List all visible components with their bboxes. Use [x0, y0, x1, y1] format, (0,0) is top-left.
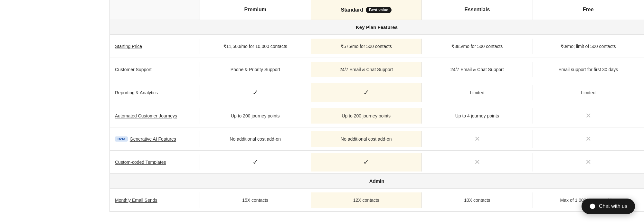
- cell-standard: No additional cost add-on: [311, 131, 422, 147]
- row-label[interactable]: Automated Customer Journeys: [115, 113, 177, 118]
- row-label[interactable]: Reporting & Analytics: [115, 90, 158, 95]
- table-row: Customer Support Phone & Priority Suppor…: [110, 58, 644, 81]
- table-row: Starting Price ₹11,500/mo for 10,000 con…: [110, 35, 644, 58]
- cell-premium: ₹11,500/mo for 10,000 contacts: [200, 39, 311, 54]
- header-empty: [110, 0, 200, 20]
- cell-essentials: ✕: [422, 130, 533, 148]
- cell-standard: 12X contacts: [311, 192, 422, 208]
- row-label-cell: Automated Customer Journeys: [110, 108, 200, 124]
- table-row: Automated Customer Journeys Up to 200 jo…: [110, 104, 644, 127]
- cell-essentials: ✕: [422, 153, 533, 172]
- cell-standard: ✓: [311, 83, 422, 102]
- row-label[interactable]: Monthly Email Sends: [115, 198, 157, 203]
- cell-standard: ✓: [311, 153, 422, 172]
- section-title-cell: Key Plan Features: [110, 20, 644, 34]
- section-header: Admin: [110, 174, 644, 189]
- chat-button-label: Chat with us: [599, 203, 627, 209]
- row-label-cell: Beta Generative AI Features: [110, 131, 200, 147]
- cell-free: Email support for first 30 days: [533, 62, 644, 77]
- col-header-free: Free: [533, 0, 644, 20]
- col-header-row: Premium Standard Best value Essentials F…: [110, 0, 644, 20]
- cell-essentials: Up to 4 journey points: [422, 108, 533, 124]
- col-header-standard: Standard Best value: [311, 0, 422, 20]
- table-row: Monthly Email Sends 15X contacts 12X con…: [110, 189, 644, 212]
- row-label[interactable]: Starting Price: [115, 44, 142, 49]
- row-label-cell: Reporting & Analytics: [110, 85, 200, 100]
- col-header-essentials: Essentials: [422, 0, 533, 20]
- chat-bubble-icon: [589, 203, 596, 209]
- row-label[interactable]: Custom-coded Templates: [115, 160, 166, 165]
- cell-premium: ✓: [200, 153, 311, 172]
- cell-standard: ₹575/mo for 500 contacts: [311, 39, 422, 54]
- cell-free: ✕: [533, 130, 644, 148]
- row-label-cell: Monthly Email Sends: [110, 192, 200, 208]
- beta-badge: Beta: [115, 136, 128, 142]
- cell-free: Limited: [533, 85, 644, 100]
- main-table-area: Premium Standard Best value Essentials F…: [109, 0, 644, 212]
- col-header-premium: Premium: [200, 0, 311, 20]
- row-label-cell: Starting Price: [110, 39, 200, 54]
- row-label[interactable]: Customer Support: [115, 67, 152, 72]
- row-label-cell: Custom-coded Templates: [110, 154, 200, 170]
- cell-premium: Up to 200 journey points: [200, 108, 311, 124]
- cell-essentials: ₹385/mo for 500 contacts: [422, 39, 533, 54]
- cell-free: ✕: [533, 153, 644, 172]
- cell-standard: Up to 200 journey points: [311, 108, 422, 124]
- cell-essentials: Limited: [422, 85, 533, 100]
- left-spacer: [0, 0, 109, 212]
- chat-button[interactable]: Chat with us: [582, 199, 635, 214]
- best-value-badge: Best value: [366, 7, 392, 13]
- cell-premium: No additional cost add-on: [200, 131, 311, 147]
- cell-free: ₹0/mo; limit of 500 contacts: [533, 39, 644, 54]
- section-title-cell: Admin: [110, 174, 644, 188]
- table-row: Custom-coded Templates ✓ ✓ ✕ ✕: [110, 151, 644, 174]
- cell-standard: 24/7 Email & Chat Support: [311, 62, 422, 77]
- cell-essentials: 10X contacts: [422, 192, 533, 208]
- row-label-cell: Customer Support: [110, 62, 200, 77]
- cell-premium: 15X contacts: [200, 192, 311, 208]
- svg-point-0: [590, 204, 595, 209]
- cell-essentials: 24/7 Email & Chat Support: [422, 62, 533, 77]
- cell-free: ✕: [533, 107, 644, 125]
- section-header: Key Plan Features: [110, 20, 644, 35]
- cell-premium: Phone & Priority Support: [200, 62, 311, 77]
- table-row: Reporting & Analytics ✓ ✓ Limited Limite…: [110, 81, 644, 104]
- cell-premium: ✓: [200, 83, 311, 102]
- pricing-wrapper: Premium Standard Best value Essentials F…: [0, 0, 644, 212]
- table-row: Beta Generative AI Features No additiona…: [110, 127, 644, 151]
- row-label[interactable]: Generative AI Features: [130, 136, 176, 142]
